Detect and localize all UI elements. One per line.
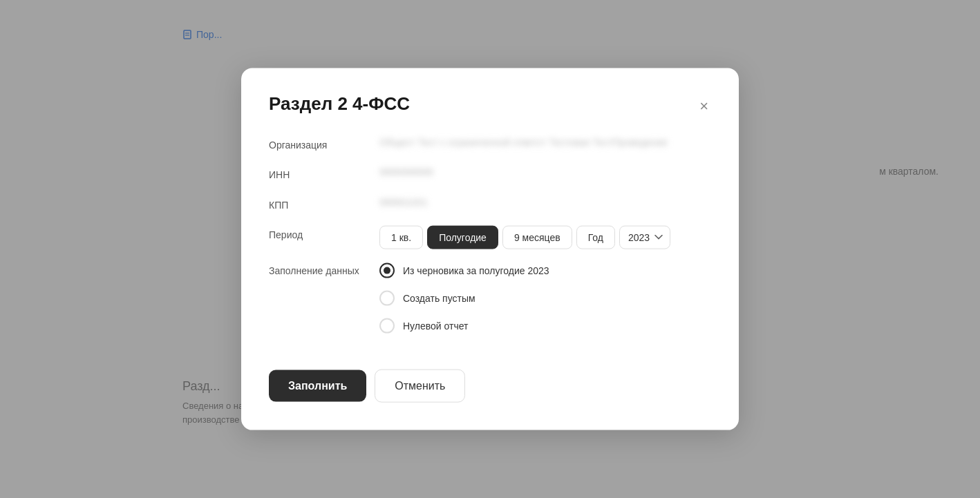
fill-label: Заполнение данных bbox=[269, 263, 379, 278]
year-select[interactable]: 2021 2022 2023 2024 bbox=[619, 226, 670, 249]
kpp-label: КПП bbox=[269, 195, 379, 212]
org-label: Организация bbox=[269, 135, 379, 152]
org-value: Общест Тест с ограниченной ответст Тесто… bbox=[379, 135, 711, 149]
inn-label: ИНН bbox=[269, 166, 379, 182]
period-row: Период 1 кв. Полугодие 9 месяцев Год 202… bbox=[269, 226, 711, 249]
radio-create-empty-label: Создать пустым bbox=[403, 293, 475, 304]
radio-zero-report-label: Нулевой отчет bbox=[403, 320, 468, 332]
fill-radio-group: Из черновика за полугодие 2023 Создать п… bbox=[379, 263, 711, 334]
org-row: Организация Общест Тест с ограниченной о… bbox=[269, 135, 711, 152]
radio-from-draft-label: Из черновика за полугодие 2023 bbox=[403, 265, 549, 276]
inn-row: ИНН 9999999999 bbox=[269, 166, 711, 182]
radio-create-empty[interactable]: Создать пустым bbox=[379, 291, 711, 306]
period-halfyear-button[interactable]: Полугодие bbox=[427, 226, 498, 249]
kpp-row: КПП 999901001 bbox=[269, 195, 711, 212]
period-9months-button[interactable]: 9 месяцев bbox=[502, 226, 572, 249]
fill-row: Заполнение данных Из черновика за полуго… bbox=[269, 263, 711, 334]
period-label: Период bbox=[269, 226, 379, 242]
radio-from-draft[interactable]: Из черновика за полугодие 2023 bbox=[379, 263, 711, 278]
inn-value: 9999999999 bbox=[379, 166, 711, 180]
radio-zero-report-circle bbox=[379, 318, 395, 334]
modal-title: Раздел 2 4-ФСС bbox=[269, 93, 410, 114]
period-year-button[interactable]: Год bbox=[576, 226, 615, 249]
modal-header: Раздел 2 4-ФСС × bbox=[269, 93, 711, 116]
submit-button[interactable]: Заполнить bbox=[269, 370, 366, 402]
modal-close-button[interactable]: × bbox=[697, 95, 711, 116]
radio-from-draft-circle bbox=[379, 263, 395, 278]
period-q1-button[interactable]: 1 кв. bbox=[379, 226, 423, 249]
modal-dialog: Раздел 2 4-ФСС × Организация Общест Тест… bbox=[241, 68, 739, 430]
period-controls: 1 кв. Полугодие 9 месяцев Год 2021 2022 … bbox=[379, 226, 670, 249]
radio-create-empty-circle bbox=[379, 291, 395, 306]
cancel-button[interactable]: Отменить bbox=[375, 370, 465, 403]
radio-zero-report[interactable]: Нулевой отчет bbox=[379, 318, 711, 334]
kpp-value: 999901001 bbox=[379, 195, 711, 209]
modal-footer: Заполнить Отменить bbox=[269, 370, 711, 403]
